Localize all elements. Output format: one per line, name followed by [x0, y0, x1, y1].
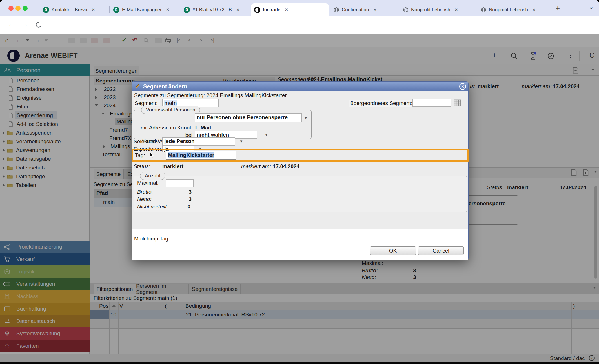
segment-aendern-dialog: Segment ändern ✕ Segmente zu Segmentieru…	[132, 81, 469, 260]
brevo-favicon-icon: B	[113, 7, 119, 13]
kanal-value: E-Mail	[195, 125, 211, 131]
browser-tab[interactable]: B Kontakte - Brevo ✕	[39, 3, 109, 16]
reload-icon[interactable]	[35, 21, 42, 28]
browser-window: B Kontakte - Brevo ✕ B E-Mail Kampagner …	[0, 0, 599, 364]
browser-tab[interactable]: B #1 Blatt v10.72 - B ✕	[180, 3, 250, 16]
tab-close-icon[interactable]: ✕	[166, 7, 170, 12]
tab-title: Nonprofit Lebensh	[489, 7, 528, 13]
status-value: markiert	[162, 163, 183, 169]
dialog-title: Segment ändern	[143, 83, 187, 90]
tab-close-icon[interactable]: ✕	[236, 7, 240, 12]
parent-segment-input[interactable]	[412, 99, 451, 107]
mouse-cursor-icon	[150, 152, 155, 159]
dropdown-caret-icon[interactable]: ▼	[304, 116, 308, 120]
nicht-verteilt-label: Nicht verteilt:	[137, 204, 168, 210]
dropdown-caret-icon[interactable]: ▼	[239, 139, 243, 144]
dialog-close-icon[interactable]: ✕	[459, 83, 466, 90]
parent-segment-label: übergeordnetes Segment:	[349, 100, 415, 107]
browser-tab[interactable]: B E-Mail Kampagner ✕	[110, 3, 179, 16]
tab-close-icon[interactable]: ✕	[532, 7, 536, 12]
tag-input[interactable]: MailingKickstarter	[166, 151, 236, 160]
tab-title: funtrade	[263, 7, 280, 13]
browser-tab[interactable]: Nonprofit Lebensh ✕	[477, 3, 550, 16]
dropdown-caret-icon[interactable]: ▼	[265, 133, 268, 137]
brevo-favicon-icon: B	[184, 7, 190, 13]
mailchimp-tag-label: Mailchimp Tag	[134, 236, 168, 242]
pencil-edit-icon	[135, 84, 140, 89]
forward-icon[interactable]: →	[21, 20, 28, 28]
dialog-subtitle: Segmente zu Segmentierung: 2024.Emailing…	[134, 92, 287, 99]
tab-title: Nonprofit Lebensh	[411, 7, 450, 13]
brutto-value: 3	[176, 189, 192, 195]
globe-favicon-icon	[334, 7, 339, 13]
nicht-verteilt-value: 0	[176, 204, 190, 210]
tab-search-chevron-icon[interactable]: ⌄	[588, 3, 594, 11]
ok-button[interactable]: OK	[370, 246, 416, 255]
netto-label: Netto:	[137, 196, 152, 202]
back-icon[interactable]: ←	[8, 20, 15, 28]
browser-toolbar: ← → asp.arenae.ch/funtrade-webift/funtra…	[0, 16, 599, 34]
tab-title: Kontakte - Brevo	[52, 7, 87, 13]
macos-close-button[interactable]	[8, 6, 14, 11]
tag-row-highlight: Tag: MailingKickstarter	[132, 149, 469, 162]
tab-title: Confirmation	[342, 7, 369, 13]
dialog-footer: Mailchimp Tag OK Cancel	[132, 229, 468, 260]
tab-close-icon[interactable]: ✕	[373, 7, 377, 12]
marked-am-label: markiert am:	[241, 163, 271, 169]
macos-zoom-button[interactable]	[23, 6, 28, 11]
macos-minimize-button[interactable]	[15, 6, 21, 11]
selektion-label: Selektion:	[134, 139, 157, 145]
maximal-input[interactable]	[166, 179, 194, 187]
tag-label: Tag:	[135, 152, 145, 158]
anzahl-legend: Anzahl	[140, 172, 165, 180]
tab-title: #1 Blatt v10.72 - B	[192, 7, 232, 13]
brutto-label: Brutto:	[137, 189, 153, 195]
brevo-favicon-icon: B	[43, 7, 49, 13]
lookup-grid-icon[interactable]	[454, 99, 461, 106]
globe-favicon-icon	[403, 7, 409, 13]
dialog-body: Segmente zu Segmentierung: 2024.Emailing…	[132, 91, 468, 229]
marked-am-value: 17.04.2024	[273, 163, 300, 169]
cancel-button[interactable]: Cancel	[418, 246, 464, 255]
new-tab-button[interactable]: +	[556, 4, 560, 13]
funtrade-favicon-icon	[254, 7, 260, 13]
personensperre-select[interactable]: nur Personen ohne Personensperre	[195, 113, 302, 122]
vorauswahl-legend: Vorauswahl Personen	[141, 106, 200, 114]
anzahl-groupbox: Anzahl Maximal: Brutto: 3 Netto: 3 Nicht…	[134, 176, 467, 212]
browser-tab[interactable]: Nonprofit Lebensh ✕	[400, 3, 476, 16]
globe-favicon-icon	[481, 7, 486, 13]
tab-close-icon[interactable]: ✕	[454, 7, 458, 12]
browser-tab-active[interactable]: funtrade ✕	[251, 3, 329, 16]
browser-tabstrip: B Kontakte - Brevo ✕ B E-Mail Kampagner …	[0, 0, 599, 16]
browser-tab[interactable]: Confirmation ✕	[330, 3, 398, 16]
selektion-select[interactable]: jede Person	[162, 137, 235, 146]
status-label: Status:	[134, 163, 150, 169]
kanal-label: mit Adresse im Kanal:	[134, 125, 192, 131]
netto-value: 3	[176, 196, 192, 202]
tab-title: E-Mail Kampagner	[122, 7, 162, 13]
tab-close-icon[interactable]: ✕	[92, 7, 95, 12]
tab-close-icon[interactable]: ✕	[285, 7, 288, 12]
vorauswahl-groupbox: Vorauswahl Personen nur Personen ohne Pe…	[134, 110, 312, 139]
maximal-label: Maximal:	[137, 180, 159, 186]
dialog-titlebar[interactable]: Segment ändern ✕	[132, 82, 468, 91]
